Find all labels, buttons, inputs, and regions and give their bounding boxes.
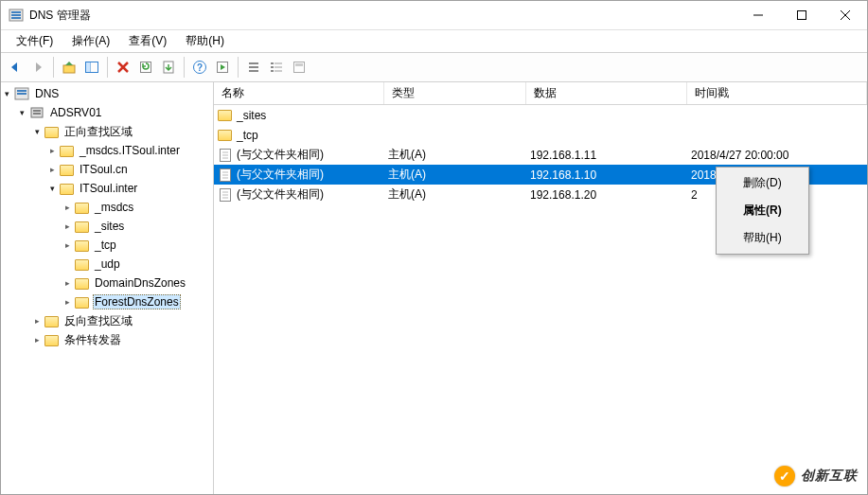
folder-icon [44,335,59,346]
up-button[interactable] [59,57,80,78]
nav-forward-button[interactable] [27,57,48,78]
menu-file[interactable]: 文件(F) [9,31,61,51]
ctx-help[interactable]: 帮助(H) [718,224,806,252]
folder-icon [75,297,89,309]
col-time[interactable]: 时间戳 [687,82,867,104]
folder-icon [218,108,233,123]
svg-rect-3 [11,17,21,19]
server-icon [29,105,44,120]
filter-icon[interactable] [289,57,310,78]
tree-pane[interactable]: ▾ DNS ▾ ADSRV01 ▾ 正向查找区域 ▸ _msdcs.ITSou [1,82,214,494]
svg-rect-32 [17,93,27,95]
folder-icon [75,221,89,233]
ctx-properties[interactable]: 属性(R) [718,197,806,224]
delete-button[interactable] [113,57,133,78]
menu-view[interactable]: 查看(V) [121,31,174,51]
list-header: 名称 类型 数据 时间戳 [214,82,867,105]
tree-sub-msdcs[interactable]: ▸ _msdcs [1,198,213,217]
cell-data: 192.168.1.20 [530,188,596,202]
expand-icon[interactable]: ▸ [62,277,73,289]
expand-icon[interactable]: ▸ [46,145,58,156]
expand-icon[interactable]: ▸ [62,239,73,251]
zone-icon [60,165,74,176]
record-icon [218,187,233,203]
expand-icon[interactable]: ▾ [46,183,58,194]
refresh-button[interactable] [135,57,156,78]
ctx-delete[interactable]: 删除(D) [718,169,806,197]
tree-forward-zones[interactable]: ▾ 正向查找区域 [1,122,213,141]
toolbar-separator [107,57,108,78]
cell-type: 主机(A) [388,186,426,203]
svg-rect-34 [33,110,41,112]
help-button[interactable]: ? [189,57,210,78]
toolbar-separator [53,57,54,78]
watermark-icon: ✓ [774,466,795,486]
tree-root-dns[interactable]: ▾ DNS [1,84,213,103]
tree-forestdnszones[interactable]: ▸ ForestDnsZones [1,292,213,311]
context-menu: 删除(D) 属性(R) 帮助(H) [716,167,809,255]
cell-name: (与父文件夹相同) [237,186,324,203]
list-row[interactable]: _tcp [214,125,867,145]
menubar: 文件(F) 操作(A) 查看(V) 帮助(H) [1,29,867,52]
zone-icon [60,146,74,157]
expand-icon[interactable]: ▸ [31,334,43,345]
tree-sub-sites[interactable]: ▸ _sites [1,217,213,236]
nav-back-button[interactable] [5,57,26,78]
dns-icon [14,86,29,101]
menu-help[interactable]: 帮助(H) [178,31,232,51]
cell-time: 2018/4/27 20:00:00 [691,149,788,162]
record-icon [218,168,233,183]
expand-icon[interactable]: ▸ [62,296,73,308]
expand-icon[interactable]: ▾ [1,88,12,99]
expand-icon[interactable]: ▸ [62,221,73,232]
expand-icon[interactable]: ▾ [31,126,43,137]
list-body[interactable]: _sites_tcp(与父文件夹相同)主机(A)192.168.1.112018… [214,105,867,494]
detail-icon[interactable] [266,57,287,78]
tree-sub-udp[interactable]: _udp [1,255,213,274]
svg-rect-35 [33,113,41,115]
svg-rect-1 [11,11,21,13]
tree-reverse-zones[interactable]: ▸ 反向查找区域 [1,311,213,330]
cell-data: 192.168.1.10 [530,168,596,182]
tree-server[interactable]: ▾ ADSRV01 [1,103,213,122]
maximize-button[interactable] [780,1,824,29]
expand-icon[interactable]: ▸ [46,164,58,175]
titlebar: DNS 管理器 [1,1,867,29]
list-icon[interactable] [243,57,264,78]
export-button[interactable] [158,57,179,78]
titlebar-left: DNS 管理器 [9,8,91,24]
watermark-text: 创新互联 [801,468,858,485]
list-row[interactable]: _sites [214,105,867,125]
folder-icon [75,203,89,214]
svg-rect-31 [17,90,27,92]
cell-name: (与父文件夹相同) [237,147,324,163]
tree-zone-msdcs[interactable]: ▸ _msdcs.ITSoul.inter [1,141,213,160]
close-button[interactable] [824,1,867,29]
svg-rect-26 [271,70,274,72]
toolbar-separator [238,57,239,78]
tree-conditional-forwarders[interactable]: ▸ 条件转发器 [1,330,213,349]
col-name[interactable]: 名称 [214,82,384,104]
folder-icon [218,128,233,143]
expand-icon[interactable]: ▸ [31,315,43,327]
action-icon[interactable] [212,57,233,78]
window-title: DNS 管理器 [29,8,91,24]
svg-rect-29 [295,63,303,66]
list-row[interactable]: (与父文件夹相同)主机(A)192.168.1.112018/4/27 20:0… [214,145,867,165]
svg-rect-23 [275,62,282,64]
expand-icon[interactable]: ▾ [16,107,27,118]
svg-rect-22 [271,62,274,64]
expand-icon[interactable]: ▸ [62,202,73,213]
col-type[interactable]: 类型 [384,82,526,104]
show-hide-tree-button[interactable] [81,57,102,78]
tree-domaindnszones[interactable]: ▸ DomainDnsZones [1,274,213,292]
tree-zone-itsoul-cn[interactable]: ▸ ITSoul.cn [1,160,213,179]
minimize-button[interactable] [736,1,780,29]
svg-rect-5 [798,11,806,20]
menu-action[interactable]: 操作(A) [64,31,117,51]
tree-sub-tcp[interactable]: ▸ _tcp [1,236,213,255]
tree-zone-itsoul-inter[interactable]: ▾ ITSoul.inter [1,179,213,198]
window-controls [736,1,867,29]
folder-icon [75,278,89,290]
col-data[interactable]: 数据 [526,82,687,104]
